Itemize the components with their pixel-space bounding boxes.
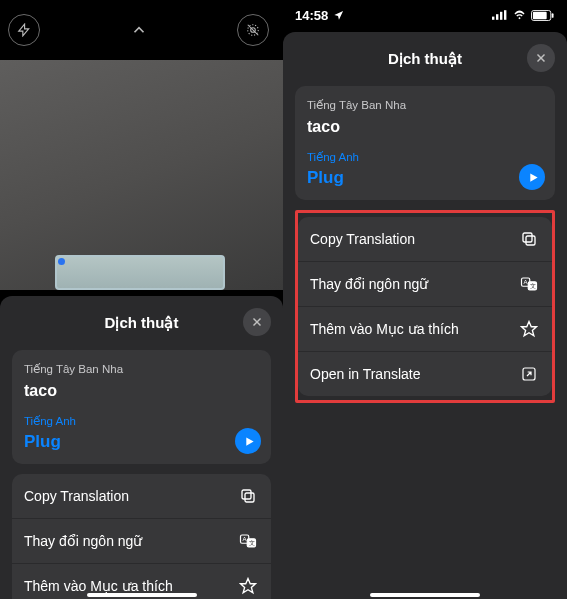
- play-icon: [528, 172, 539, 183]
- status-time: 14:58: [295, 8, 328, 23]
- play-audio-button[interactable]: [519, 164, 545, 190]
- svg-rect-7: [242, 490, 251, 499]
- sheet-header: Dịch thuật: [12, 310, 271, 336]
- svg-text:A: A: [524, 279, 528, 285]
- flash-icon: [17, 23, 31, 37]
- live-photo-button[interactable]: [237, 14, 269, 46]
- close-icon: [535, 52, 547, 64]
- target-word: Plug: [24, 432, 259, 452]
- svg-text:文: 文: [530, 282, 536, 289]
- svg-rect-15: [496, 14, 498, 20]
- camera-toolbar: [0, 0, 283, 60]
- star-icon: [518, 318, 540, 340]
- sheet-header: Dịch thuật: [295, 46, 555, 72]
- actions-list: Copy Translation Thay đổi ngôn ngữ A文 Th…: [298, 217, 552, 396]
- action-label: Copy Translation: [310, 231, 415, 247]
- action-label: Thay đổi ngôn ngữ: [24, 533, 142, 549]
- svg-text:A: A: [243, 536, 247, 542]
- svg-rect-25: [523, 233, 532, 242]
- source-language-label: Tiếng Tây Ban Nha: [24, 362, 259, 376]
- left-screenshot: Dịch thuật Tiếng Tây Ban Nha taco Tiếng …: [0, 0, 283, 599]
- sheet-title: Dịch thuật: [388, 50, 462, 68]
- target-language-label: Tiếng Anh: [24, 414, 259, 428]
- change-language-row[interactable]: Thay đổi ngôn ngữ A文: [298, 262, 552, 307]
- close-button[interactable]: [527, 44, 555, 72]
- svg-marker-23: [530, 173, 537, 181]
- change-language-row[interactable]: Thay đổi ngôn ngữ A文: [12, 519, 271, 564]
- svg-rect-14: [492, 17, 494, 20]
- action-label: Thay đổi ngôn ngữ: [310, 276, 428, 292]
- signal-icon: [492, 10, 508, 20]
- copy-translation-row[interactable]: Copy Translation: [298, 217, 552, 262]
- status-bar: 14:58: [283, 0, 567, 30]
- add-favorite-row[interactable]: Thêm vào Mục ưa thích: [298, 307, 552, 352]
- svg-rect-6: [245, 493, 254, 502]
- translate-icon: A文: [518, 273, 540, 295]
- target-language-label: Tiếng Anh: [307, 150, 543, 164]
- source-word: taco: [307, 118, 543, 136]
- detected-label: [55, 255, 225, 290]
- copy-icon: [237, 485, 259, 507]
- right-screenshot: 14:58 Dịch thuật Tiếng Tây Ban Nha taco …: [283, 0, 567, 599]
- translate-icon: A文: [237, 530, 259, 552]
- action-label: Open in Translate: [310, 366, 421, 382]
- svg-rect-19: [533, 11, 547, 18]
- translate-sheet: Dịch thuật Tiếng Tây Ban Nha taco Tiếng …: [283, 32, 567, 599]
- target-word: Plug: [307, 168, 543, 188]
- highlighted-actions: Copy Translation Thay đổi ngôn ngữ A文 Th…: [295, 210, 555, 403]
- svg-marker-5: [246, 437, 253, 445]
- flash-button[interactable]: [8, 14, 40, 46]
- home-indicator[interactable]: [370, 593, 480, 597]
- play-icon: [244, 436, 255, 447]
- star-icon: [237, 575, 259, 597]
- copy-translation-row[interactable]: Copy Translation: [12, 474, 271, 519]
- home-indicator[interactable]: [87, 593, 197, 597]
- open-in-translate-row[interactable]: Open in Translate: [298, 352, 552, 396]
- actions-list: Copy Translation Thay đổi ngôn ngữ A文 Th…: [12, 474, 271, 599]
- location-icon: [333, 10, 344, 21]
- source-word: taco: [24, 382, 259, 400]
- action-label: Copy Translation: [24, 488, 129, 504]
- action-label: Thêm vào Mục ưa thích: [310, 321, 459, 337]
- wifi-icon: [512, 10, 527, 21]
- live-off-icon: [246, 23, 260, 37]
- external-link-icon: [518, 363, 540, 385]
- copy-icon: [518, 228, 540, 250]
- translate-sheet: Dịch thuật Tiếng Tây Ban Nha taco Tiếng …: [0, 296, 283, 599]
- close-button[interactable]: [243, 308, 271, 336]
- chevron-up-icon[interactable]: [130, 21, 148, 39]
- close-icon: [251, 316, 263, 328]
- source-language-label: Tiếng Tây Ban Nha: [307, 98, 543, 112]
- sheet-title: Dịch thuật: [105, 314, 179, 332]
- svg-rect-17: [504, 10, 506, 20]
- svg-marker-12: [241, 579, 256, 593]
- drag-handle-icon[interactable]: [58, 258, 65, 265]
- translation-card: Tiếng Tây Ban Nha taco Tiếng Anh Plug: [12, 350, 271, 464]
- action-label: Thêm vào Mục ưa thích: [24, 578, 173, 594]
- svg-marker-30: [522, 322, 537, 336]
- svg-text:文: 文: [249, 539, 255, 546]
- play-audio-button[interactable]: [235, 428, 261, 454]
- svg-rect-20: [552, 13, 554, 18]
- svg-rect-16: [500, 12, 502, 20]
- battery-icon: [531, 10, 555, 21]
- translation-card: Tiếng Tây Ban Nha taco Tiếng Anh Plug: [295, 86, 555, 200]
- svg-rect-24: [526, 236, 535, 245]
